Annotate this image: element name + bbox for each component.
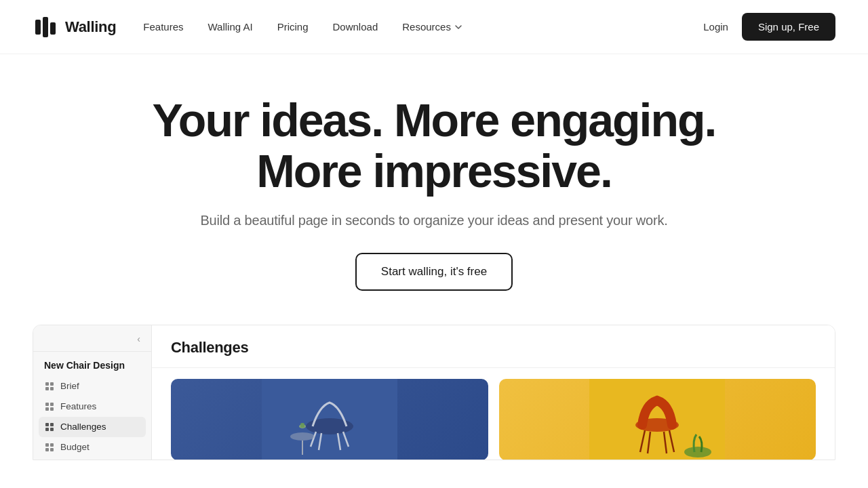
nav-actions: Login Sign up, Free: [703, 13, 835, 41]
chair-card-1: [171, 379, 488, 460]
sidebar-collapse-button[interactable]: ‹: [134, 332, 143, 346]
sidebar-item-features[interactable]: Features: [39, 396, 146, 417]
signup-button[interactable]: Sign up, Free: [742, 13, 835, 41]
sidebar-item-features-label: Features: [60, 401, 96, 411]
budget-icon: [44, 442, 55, 453]
brief-icon: [44, 381, 55, 392]
sidebar-item-challenges[interactable]: Challenges: [39, 417, 146, 437]
sidebar-items-list: Brief Features Challenges: [33, 376, 151, 458]
content-body: [152, 368, 835, 460]
svg-rect-13: [45, 428, 49, 431]
svg-rect-1: [43, 17, 48, 37]
chair-image-1: [171, 379, 488, 460]
sidebar-project-title: New Chair Design: [33, 352, 151, 376]
svg-rect-14: [50, 428, 54, 431]
chair-card-2: [499, 379, 816, 460]
logo-text: Walling: [65, 18, 116, 36]
svg-rect-3: [45, 382, 49, 386]
svg-rect-8: [50, 403, 54, 406]
chevron-down-icon: [454, 22, 463, 32]
nav-links: Features Walling AI Pricing Download Res…: [143, 21, 703, 33]
challenges-icon: [44, 422, 55, 432]
sidebar: ‹ New Chair Design Brief: [33, 325, 152, 460]
login-button[interactable]: Login: [703, 21, 728, 33]
nav-resources[interactable]: Resources: [402, 21, 463, 33]
svg-rect-28: [300, 423, 304, 428]
svg-rect-0: [35, 20, 41, 35]
svg-rect-15: [45, 443, 49, 447]
hero-title-line1: Your ideas. More engaging.: [153, 94, 716, 146]
nav-resources-label: Resources: [402, 21, 451, 33]
svg-rect-12: [50, 423, 54, 426]
nav-walling-ai[interactable]: Walling AI: [208, 21, 253, 33]
svg-rect-16: [50, 443, 54, 447]
hero-title-line2: More impressive.: [256, 145, 612, 197]
hero-section: Your ideas. More engaging. More impressi…: [0, 54, 868, 325]
nav-pricing[interactable]: Pricing: [277, 21, 309, 33]
hero-title: Your ideas. More engaging. More impressi…: [33, 95, 835, 197]
svg-rect-4: [50, 382, 54, 386]
nav-download[interactable]: Download: [333, 21, 378, 33]
nav-features[interactable]: Features: [143, 21, 183, 33]
navbar: Walling Features Walling AI Pricing Down…: [0, 0, 868, 54]
sidebar-item-budget[interactable]: Budget: [39, 437, 146, 458]
sidebar-item-budget-label: Budget: [60, 442, 90, 452]
cta-button[interactable]: Start walling, it's free: [355, 253, 513, 291]
chair-image-2: [499, 379, 816, 460]
svg-rect-18: [50, 448, 54, 451]
sidebar-item-brief-label: Brief: [60, 381, 79, 391]
preview-section: ‹ New Chair Design Brief: [33, 325, 835, 460]
svg-point-25: [290, 432, 315, 441]
svg-rect-5: [45, 387, 49, 390]
svg-rect-2: [50, 22, 56, 35]
svg-rect-10: [50, 407, 54, 411]
logo-link[interactable]: Walling: [33, 14, 116, 40]
chair-svg-1: [262, 379, 397, 460]
sidebar-item-brief[interactable]: Brief: [39, 376, 146, 396]
sidebar-header: ‹: [33, 325, 151, 352]
svg-rect-9: [45, 407, 49, 411]
main-content: Challenges: [152, 325, 835, 460]
svg-point-35: [684, 447, 711, 458]
svg-rect-11: [45, 423, 49, 426]
section-title: Challenges: [171, 339, 816, 357]
svg-rect-6: [50, 387, 54, 390]
hero-subtitle: Build a beautiful page in seconds to org…: [33, 213, 835, 228]
svg-rect-17: [45, 448, 49, 451]
chair-svg-2: [589, 379, 725, 460]
content-header: Challenges: [152, 325, 835, 368]
svg-rect-7: [45, 403, 49, 406]
walling-logo-icon: [33, 14, 58, 40]
sidebar-item-challenges-label: Challenges: [60, 422, 106, 432]
features-icon: [44, 401, 55, 412]
